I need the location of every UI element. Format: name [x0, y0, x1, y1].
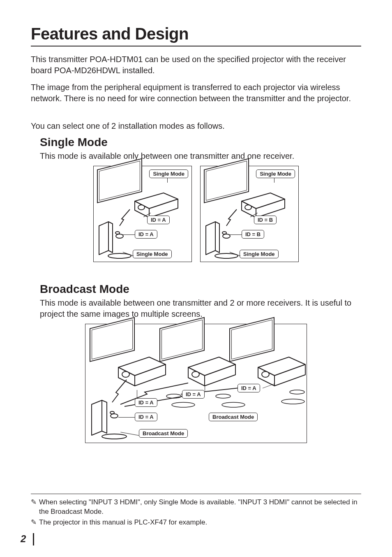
svg-marker-4 [99, 222, 108, 255]
svg-point-35 [166, 394, 181, 398]
footnote-item: ✎ The projector in this manual is PLC-XF… [31, 518, 361, 527]
svg-point-37 [216, 394, 231, 398]
page-number-bar [33, 533, 34, 545]
svg-point-36 [172, 402, 195, 407]
broadcast-mode-diagram-row: ID = A ID = A ID = A ID = A Broadcast Mo… [31, 324, 361, 443]
svg-point-12 [245, 205, 251, 210]
stand-icon [221, 402, 246, 408]
svg-point-34 [111, 414, 118, 418]
svg-point-21 [122, 371, 129, 377]
single-mode-desc: This mode is available only between one … [40, 151, 361, 162]
mode-label: Broadcast Mode [209, 413, 258, 421]
mode-label: Broadcast Mode [139, 429, 188, 438]
id-label: ID = A [182, 390, 205, 399]
mode-label: Single Mode [149, 169, 188, 178]
svg-point-3 [138, 205, 145, 210]
svg-marker-5 [108, 222, 113, 253]
wireless-icon [118, 207, 134, 228]
svg-marker-31 [102, 400, 107, 433]
select-modes-line: You can select one of 2 installation mod… [31, 121, 361, 132]
svg-point-29 [262, 371, 269, 377]
svg-marker-14 [215, 222, 219, 253]
mode-label: Single Mode [240, 250, 279, 258]
single-mode-diagrams: Single Mode ID = A ID = A Single Mode [31, 166, 361, 262]
broadcast-mode-desc: This mode is available between one trans… [40, 297, 361, 320]
stand-icon [171, 402, 196, 408]
pencil-icon: ✎ [31, 497, 39, 517]
mode-label: Single Mode [133, 250, 172, 258]
footnote-rule [31, 494, 361, 494]
page-number: 2 [21, 533, 26, 545]
stand-icon [166, 393, 182, 399]
svg-point-25 [192, 371, 199, 377]
svg-marker-30 [92, 400, 102, 435]
id-label: ID = B [254, 216, 277, 224]
stand-icon [289, 389, 305, 395]
footnote-item: ✎ When selecting "INPUT 3 HDMI", only Si… [31, 497, 361, 517]
stand-icon [281, 398, 305, 405]
wireless-icon [224, 207, 241, 228]
broadcast-mode-heading: Broadcast Mode [40, 283, 361, 296]
footnote-text: When selecting "INPUT 3 HDMI", only Sing… [39, 497, 361, 517]
svg-marker-13 [206, 222, 215, 255]
footnotes: ✎ When selecting "INPUT 3 HDMI", only Si… [31, 494, 361, 528]
id-label: ID = A [135, 413, 157, 421]
title-rule [31, 46, 361, 46]
intro-paragraph-2: The image from the peripheral equipment … [31, 82, 361, 104]
svg-point-38 [222, 402, 245, 407]
svg-point-40 [281, 399, 304, 404]
single-diagram-b: Single Mode ID = B ID = B Single Mode [200, 166, 299, 262]
stand-icon [215, 393, 231, 399]
svg-point-39 [290, 390, 304, 394]
single-mode-heading: Single Mode [40, 136, 361, 149]
id-label: ID = A [238, 384, 260, 392]
pencil-icon: ✎ [31, 518, 39, 527]
broadcast-diagram: ID = A ID = A ID = A ID = A Broadcast Mo… [85, 324, 307, 443]
page-title: Features and Design [31, 25, 361, 43]
intro-paragraph-1: This transmitter POA-HDTM01 can be used … [31, 54, 361, 76]
single-diagram-a: Single Mode ID = A ID = A Single Mode [93, 166, 192, 262]
id-label: ID = B [242, 230, 264, 239]
svg-point-32 [102, 434, 127, 439]
id-label: ID = A [135, 398, 157, 407]
mode-label: Single Mode [256, 169, 295, 178]
id-label: ID = A [147, 216, 170, 224]
id-label: ID = A [135, 230, 157, 239]
footnote-text: The projector in this manual is PLC-XF47… [39, 518, 207, 527]
